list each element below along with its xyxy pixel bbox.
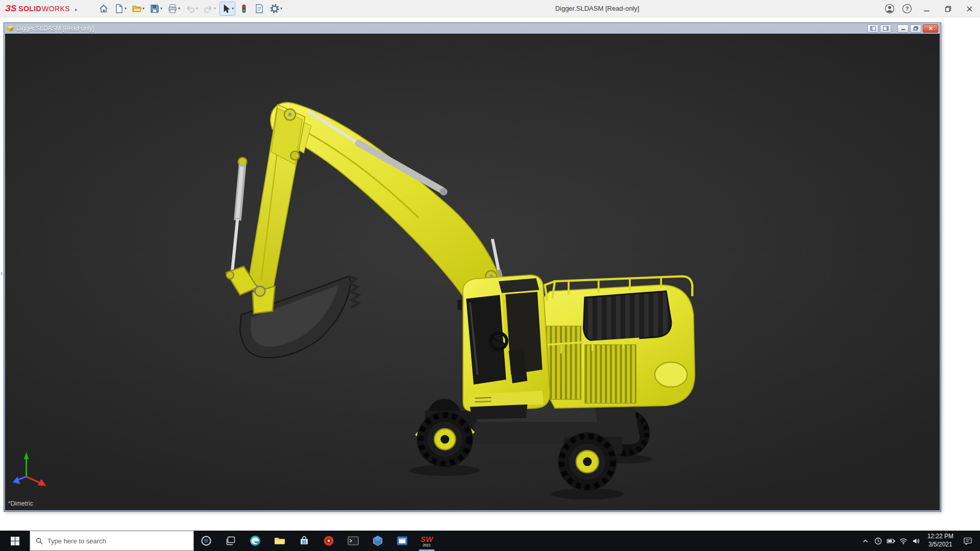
quick-access-toolbar: ▾ ▾ ▾ ▾ ▾ ▾ ▾ (97, 2, 284, 16)
dropdown-caret-icon[interactable]: ▾ (125, 6, 127, 11)
bucket[interactable] (240, 277, 359, 358)
document-titlebar[interactable]: Digger.SLDASM [Read-only] (4, 23, 941, 34)
logo-expand-icon[interactable]: ▸ (75, 7, 78, 12)
close-button[interactable] (959, 0, 980, 17)
chevron-up-icon (862, 538, 869, 544)
viewport-layout-right-button[interactable] (880, 24, 891, 33)
viewport-layout-left-icon (870, 26, 876, 31)
triad-z-axis (13, 477, 20, 484)
print-button[interactable]: ▾ (166, 2, 182, 16)
home-button[interactable] (97, 2, 110, 16)
clock-date: 3/5/2021 (927, 541, 953, 549)
dropdown-caret-icon[interactable]: ▾ (178, 6, 180, 11)
dropdown-caret-icon[interactable]: ▾ (214, 6, 216, 11)
print-icon (167, 4, 178, 14)
svg-text:?: ? (905, 6, 909, 12)
taskbar-search[interactable] (30, 531, 194, 551)
tray-expand-button[interactable] (859, 531, 872, 551)
window-title: Digger.SLDASM [Read-only] (555, 5, 640, 12)
app-red-icon (323, 535, 334, 546)
solidworks-2021-icon: SW 2021 (421, 535, 433, 547)
task-view-icon (226, 536, 236, 546)
restore-button[interactable] (937, 0, 959, 17)
dropdown-caret-icon[interactable]: ▾ (232, 6, 234, 11)
open-button[interactable]: ▾ (130, 2, 146, 16)
undo-icon (185, 4, 195, 14)
windows-start-icon (11, 537, 19, 545)
document-title: Digger.SLDASM [Read-only] (16, 25, 94, 32)
dropdown-caret-icon[interactable]: ▾ (160, 6, 162, 11)
cab[interactable] (457, 275, 550, 419)
view-orientation-label: *Dimetric (8, 500, 33, 507)
app-client-area: ‹ Digger.SLDASM [Read-only] (0, 18, 980, 531)
app-red-button[interactable] (316, 531, 341, 551)
account-icon (885, 4, 895, 14)
task-view-button[interactable] (218, 531, 243, 551)
document-window: Digger.SLDASM [Read-only] (4, 22, 941, 512)
save-icon (150, 4, 160, 14)
tray-network-button[interactable] (897, 531, 910, 551)
edge-button[interactable] (243, 531, 267, 551)
battery-icon (887, 538, 895, 544)
triad-y-axis (24, 452, 29, 459)
app-dark-window-button[interactable] (341, 531, 365, 551)
windows-taskbar: SW 2021 12:22 PM 3/5/2021 (0, 531, 980, 551)
brand-works: WORKS (42, 5, 70, 13)
save-button[interactable]: ▾ (148, 2, 164, 16)
minimize-button[interactable] (916, 0, 937, 17)
select-tool-button[interactable]: ▾ (219, 2, 235, 16)
new-document-button[interactable]: ▾ (112, 2, 128, 16)
search-input[interactable] (47, 537, 188, 545)
dropdown-caret-icon[interactable]: ▾ (280, 6, 282, 11)
dropdown-caret-icon[interactable]: ▾ (196, 6, 198, 11)
app-blue-window-button[interactable] (390, 531, 414, 551)
engine-grille (583, 291, 671, 341)
start-button[interactable] (0, 531, 30, 551)
app-hexagon-button[interactable] (365, 531, 390, 551)
home-icon (99, 4, 109, 14)
action-center-button[interactable] (958, 531, 977, 551)
wheel-rear-left[interactable] (558, 433, 617, 491)
speaker-icon (913, 538, 920, 544)
doc-close-button[interactable] (923, 24, 938, 33)
document-window-controls (867, 24, 938, 33)
tray-clock-button[interactable] (872, 531, 885, 551)
file-properties-button[interactable] (253, 2, 266, 16)
boom-assembly[interactable] (226, 103, 503, 303)
file-properties-icon (254, 4, 264, 14)
clock-time: 12:22 PM (927, 533, 953, 541)
mirror (457, 300, 462, 310)
taskbar-clock[interactable]: 12:22 PM 3/5/2021 (923, 533, 958, 548)
tray-volume-button[interactable] (910, 531, 923, 551)
account-button[interactable] (881, 0, 898, 17)
graphics-viewport[interactable]: *Dimetric (5, 34, 940, 510)
undo-button[interactable]: ▾ (184, 2, 200, 16)
close-icon (966, 6, 973, 12)
dropdown-caret-icon[interactable]: ▾ (142, 6, 144, 11)
viewport-layout-left-button[interactable] (867, 24, 878, 33)
cortana-button[interactable] (194, 531, 218, 551)
solidworks-taskbar-button[interactable]: SW 2021 (414, 531, 439, 551)
redo-button[interactable]: ▾ (202, 2, 217, 16)
system-tray: 12:22 PM 3/5/2021 (859, 531, 980, 551)
doc-restore-button[interactable] (910, 24, 921, 33)
store-button[interactable] (292, 531, 316, 551)
close-icon (928, 26, 934, 31)
stick-cylinder-rod (232, 219, 237, 275)
rebuild-button[interactable] (237, 2, 251, 16)
wifi-icon (899, 538, 908, 544)
options-gear-icon (270, 4, 280, 14)
tray-battery-button[interactable] (885, 531, 897, 551)
options-button[interactable]: ▾ (268, 2, 284, 16)
cortana-icon (201, 535, 212, 546)
body-house[interactable] (540, 277, 695, 408)
doc-minimize-button[interactable] (897, 24, 909, 33)
new-document-icon (114, 4, 124, 14)
help-button[interactable]: ? (898, 0, 916, 17)
wheel-front-left[interactable] (417, 411, 473, 467)
view-triad (13, 452, 46, 486)
file-explorer-button[interactable] (267, 531, 292, 551)
side-vent-panel (585, 345, 636, 404)
minimize-icon (923, 6, 930, 12)
excavator-model[interactable] (5, 34, 940, 510)
